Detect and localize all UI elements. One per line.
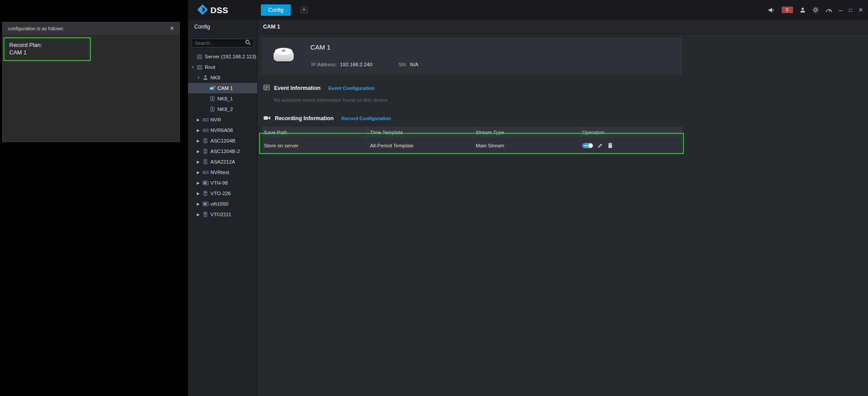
maximize-icon[interactable]: □ [849,7,852,13]
device-tree: Server (192.168.2.113) ▼ Root ▼ NK8 CAM … [188,51,257,220]
tree-item-vth-98[interactable]: ▶ VTH-98 [188,178,257,188]
vth-monitor-icon [203,201,210,207]
tree-item-label: Server (192.168.2.113) [205,54,256,59]
device-image [273,44,295,67]
ip-label: IP Address: [311,62,337,67]
volume-icon[interactable] [768,7,775,13]
nvr-icon [203,128,210,133]
tree-item-nk8-2[interactable]: NK8_2 [188,104,257,114]
user-icon[interactable] [800,7,806,13]
column-header-time-template: Time Template [368,127,474,138]
collapse-arrow-icon[interactable]: ▶ [197,128,203,132]
collapse-arrow-icon[interactable]: ▶ [197,171,203,175]
collapse-arrow-icon[interactable]: ▶ [197,202,203,206]
search-icon[interactable] [245,39,251,47]
ip-value: 192.168.2.240 [340,62,373,67]
screen: configuration is as follows: × Record Pl… [0,0,868,396]
record-plan-highlight-box: Record Plan: CAM 1 [4,37,91,61]
vto-station-icon [203,212,210,217]
add-tab-button[interactable]: + [300,6,308,14]
main-content: CAM 1 IP Address:192.168.2.240SN:N/A Eve… [258,34,868,396]
tree-item-label: NVR [210,117,221,122]
column-header-save-path: Save Path [262,127,368,138]
nvr-icon [203,117,210,122]
popup-title: configuration is as follows: [8,26,64,31]
vto-station-icon [203,191,210,196]
nvr-icon [203,170,210,175]
annotation-popup: configuration is as follows: × Record Pl… [2,22,180,142]
tree-item-label: vth1550 [210,201,228,207]
alarm-host-icon [210,96,217,101]
collapse-arrow-icon[interactable]: ▶ [197,139,203,143]
close-icon[interactable]: × [170,25,174,32]
tree-item-label: Root [205,64,215,70]
access-controller-icon [203,138,210,143]
device-info-card: CAM 1 IP Address:192.168.2.240SN:N/A [262,38,682,75]
recording-information-section: Recording Information Record Configurati… [263,114,391,122]
gear-icon[interactable] [812,7,819,13]
sn-value: N/A [410,62,418,67]
access-controller-icon [203,149,210,154]
collapse-arrow-icon[interactable]: ▶ [197,181,203,185]
event-info-icon [263,84,270,92]
collapse-arrow-icon[interactable]: ▶ [197,213,203,217]
sidebar-title: Config [188,20,257,34]
server-building-icon [197,64,205,70]
tree-item-nk8[interactable]: ▼ NK8 [188,72,257,83]
tree-item-server[interactable]: Server (192.168.2.113) [188,51,257,62]
alarm-host-icon [210,107,217,112]
access-controller-icon [203,159,210,164]
delete-trash-icon[interactable] [608,143,613,148]
expand-arrow-icon[interactable]: ▼ [191,65,197,69]
tree-item-asc1204b-2[interactable]: ▶ ASC1204B-2 [188,146,257,157]
record-plan-label: Record Plan: [9,41,90,49]
tree-item-asc1204b[interactable]: ▶ ASC1204B [188,136,257,146]
dss-logo-icon [197,4,208,17]
tree-item-label: ASC1204B [210,138,235,143]
recording-section-title: Recording Information [275,115,334,121]
camera-icon [210,86,217,91]
gauge-icon[interactable] [825,7,832,13]
tree-item-root[interactable]: ▼ Root [188,62,257,72]
collapse-arrow-icon[interactable]: ▶ [197,150,203,153]
record-configuration-link[interactable]: Record Configuration [342,116,391,121]
tree-item-label: NVRtest [210,170,229,175]
edit-pencil-icon[interactable] [598,143,603,148]
recording-table: Save Path Time Template Stream Type Oper… [262,127,683,153]
column-header-operation: Operation [580,127,683,138]
tree-item-vth1550[interactable]: ▶ vth1550 [188,199,257,209]
stream-type-cell: Main Stream [474,138,580,153]
event-configuration-link[interactable]: Event Configuration [328,86,374,91]
close-window-icon[interactable]: × [859,7,863,14]
tree-item-vto2111[interactable]: ▶ VTO2111 [188,209,257,220]
tree-item-nk8-1[interactable]: NK8_1 [188,93,257,104]
save-path-cell: Store on server [262,138,368,153]
titlebar-right-icons: 0 – □ × [768,0,863,20]
table-row: Store on server All-Period Template Main… [262,138,683,153]
record-plan-value: CAM 1 [9,49,90,56]
sn-label: SN: [398,62,407,67]
event-information-section: Event Information Event Configuration [263,84,374,92]
tree-item-label: NVR6A08 [210,128,233,133]
minimize-icon[interactable]: – [839,7,843,13]
collapse-arrow-icon[interactable]: ▶ [197,160,203,164]
collapse-arrow-icon[interactable]: ▶ [197,118,203,122]
search-input[interactable] [195,40,243,46]
tree-item-label: NK8_2 [217,107,233,112]
tree-item-nvrtest[interactable]: ▶ NVRtest [188,167,257,178]
tab-config[interactable]: Config [261,4,291,16]
tree-item-cam-1[interactable]: CAM 1 [188,83,257,93]
expand-arrow-icon[interactable]: ▼ [197,76,203,80]
tree-item-nvr[interactable]: ▶ NVR [188,114,257,125]
notification-badge[interactable]: 0 [782,7,793,13]
tree-item-asa2212a[interactable]: ▶ ASA2212A [188,157,257,167]
tree-item-nvr6a08[interactable]: ▶ NVR6A08 [188,125,257,136]
popup-header: configuration is as follows: × [3,22,179,35]
device-details: IP Address:192.168.2.240SN:N/A [311,62,419,67]
video-camera-icon [263,114,270,122]
collapse-arrow-icon[interactable]: ▶ [197,192,203,196]
titlebar: DSS Config + 0 – □ × [188,0,868,20]
tree-item-vto-226[interactable]: ▶ VTO-226 [188,188,257,199]
record-enable-toggle[interactable] [582,143,593,148]
event-section-title: Event Information [274,85,320,91]
